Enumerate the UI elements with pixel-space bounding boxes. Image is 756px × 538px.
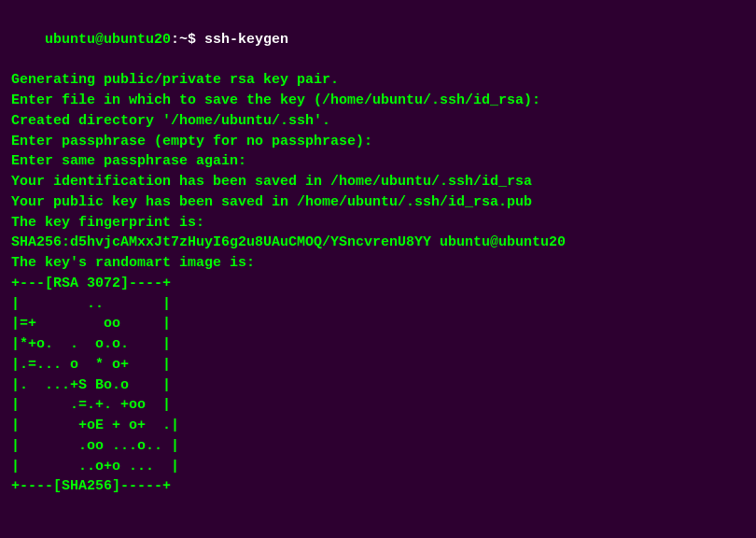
terminal-line: Generating public/private rsa key pair. [11, 70, 745, 91]
prompt-at: @ [95, 32, 104, 48]
terminal-line: Created directory '/home/ubuntu/.ssh'. [11, 111, 745, 132]
terminal-line: Your public key has been saved in /home/… [11, 192, 745, 213]
prompt-user: ubuntu [45, 32, 95, 48]
terminal-line: Enter passphrase (empty for no passphras… [11, 132, 745, 152]
terminal-line: |=+ oo | [11, 314, 745, 334]
terminal-line: The key fingerprint is: [11, 213, 745, 234]
terminal-line: | .=.+. +oo | [11, 395, 745, 416]
terminal-line: +---[RSA 3072]----+ [11, 274, 745, 294]
prompt-line: ubuntu@ubuntu20:~$ ssh-keygen [11, 9, 745, 70]
terminal-line: +----[SHA256]-----+ [11, 476, 745, 497]
terminal-line: Enter same passphrase again: [11, 151, 745, 172]
terminal-window[interactable]: ubuntu@ubuntu20:~$ ssh-keygen Generating… [0, 0, 756, 538]
terminal-output: Generating public/private rsa key pair.E… [11, 70, 745, 497]
terminal-line: |. ...+S Bo.o | [11, 375, 745, 396]
terminal-line: Your identification has been saved in /h… [11, 172, 745, 192]
terminal-line: |.=... o * o+ | [11, 355, 745, 375]
terminal-line: | ..o+o ... | [11, 457, 745, 477]
terminal-line: | +oE + o+ .| [11, 416, 745, 436]
prompt-host: ubuntu20 [104, 32, 171, 48]
terminal-line: Enter file in which to save the key (/ho… [11, 91, 745, 111]
terminal-line: SHA256:d5hvjcAMxxJt7zHuyI6g2u8UAuCMOQ/YS… [11, 233, 745, 253]
terminal-line: |*+o. . o.o. | [11, 334, 745, 355]
prompt-symbol: :~$ [171, 32, 196, 48]
prompt-command: ssh-keygen [196, 32, 288, 48]
terminal-line: | .. | [11, 294, 745, 315]
terminal-line: The key's randomart image is: [11, 253, 745, 274]
terminal-line: | .oo ...o.. | [11, 436, 745, 457]
